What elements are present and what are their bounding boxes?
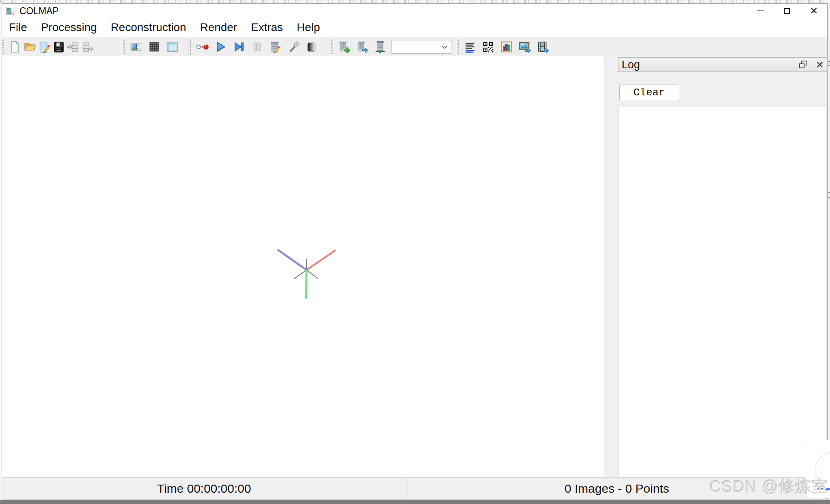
save-project-icon — [52, 40, 65, 53]
bundle-adjustment-button[interactable] — [268, 40, 282, 54]
open-project-icon — [23, 40, 36, 53]
log-dock: Log ✕ Clear — [618, 57, 828, 477]
menu-file[interactable]: File — [2, 18, 34, 37]
grab-movie-button[interactable] — [536, 40, 550, 54]
background-scroll-mark — [828, 61, 830, 62]
toolbar-drag-handle[interactable] — [457, 40, 459, 54]
reconstruction-start-icon — [214, 40, 227, 53]
log-dock-titlebar[interactable]: Log ✕ — [618, 57, 828, 72]
undistortion-button[interactable] — [481, 40, 495, 54]
app-icon — [6, 7, 15, 15]
background-scroll-mark — [828, 65, 830, 66]
log-clear-button[interactable]: Clear — [619, 84, 679, 101]
toolbar-drag-handle[interactable] — [190, 40, 192, 54]
model-align-button[interactable] — [373, 40, 387, 54]
database-management-button[interactable] — [165, 40, 179, 54]
save-project-button[interactable] — [52, 40, 66, 54]
menu-processing[interactable]: Processing — [34, 18, 104, 37]
reconstruction-step-icon — [232, 40, 245, 53]
menu-render[interactable]: Render — [193, 18, 244, 37]
import-model-button[interactable] — [66, 40, 80, 54]
toolbar-group-processing — [123, 37, 184, 57]
render-options-button[interactable] — [305, 40, 318, 54]
minimize-button[interactable] — [747, 4, 774, 18]
background-page-sliver-bottom — [0, 500, 830, 504]
import-model-icon — [67, 40, 80, 53]
toolbar-group-reconstruction — [190, 37, 323, 57]
model-align-icon — [374, 40, 387, 53]
toolbar-group-model — [331, 37, 451, 57]
feature-extraction-icon — [129, 40, 142, 53]
feature-matching-icon — [148, 40, 161, 53]
export-model-button[interactable] — [81, 40, 95, 54]
new-project-button[interactable] — [8, 40, 22, 54]
edit-project-icon — [38, 40, 51, 53]
grab-image-icon — [518, 40, 531, 53]
dense-reconstruction-button[interactable] — [286, 40, 300, 54]
toolbar-separator — [330, 38, 330, 56]
log-icon — [464, 40, 476, 53]
reconstruction-step-button[interactable] — [232, 40, 246, 54]
main-area: Log ✕ Clear — [2, 56, 827, 477]
model-import-icon — [356, 40, 368, 53]
menu-help[interactable]: Help — [290, 18, 327, 37]
new-project-icon — [8, 40, 21, 53]
toolbar-drag-handle[interactable] — [123, 40, 125, 54]
minimize-icon — [757, 11, 764, 11]
log-output[interactable] — [618, 107, 826, 477]
model-selector-dropdown[interactable] — [392, 40, 451, 54]
feature-matching-button[interactable] — [147, 40, 161, 54]
model-viewport[interactable] — [2, 56, 604, 477]
reconstruction-options-icon — [196, 40, 209, 53]
title-bar[interactable]: COLMAP ✕ — [2, 4, 827, 18]
close-icon: ✕ — [810, 6, 818, 16]
edit-project-button[interactable] — [37, 40, 51, 54]
toolbar — [2, 37, 827, 56]
grab-movie-icon — [536, 40, 549, 53]
toolbar-group-extras — [457, 37, 554, 57]
close-button[interactable]: ✕ — [800, 4, 827, 18]
menu-reconstruction[interactable]: Reconstruction — [104, 18, 193, 37]
screen: COLMAP ✕ File Processing Reconstruction … — [0, 0, 830, 504]
log-button[interactable] — [463, 40, 477, 54]
toolbar-separator — [122, 38, 122, 56]
log-dock-title: Log — [622, 59, 640, 71]
background-scroll-mark — [828, 197, 830, 198]
model-statistics-icon — [500, 40, 513, 53]
reconstruction-pause-button[interactable] — [250, 40, 264, 54]
coordinate-axes — [2, 56, 604, 478]
dense-reconstruction-icon — [287, 40, 300, 53]
toolbar-group-project — [2, 37, 95, 57]
model-new-button[interactable] — [337, 40, 351, 54]
toolbar-separator — [188, 38, 188, 56]
maximize-button[interactable] — [774, 4, 800, 18]
model-import-button[interactable] — [355, 40, 369, 54]
toolbar-drag-handle[interactable] — [2, 40, 4, 54]
export-model-icon — [81, 40, 94, 53]
status-time: Time 00:00:00:00 — [2, 478, 406, 500]
axis-z-green — [306, 270, 307, 298]
reconstruction-options-button[interactable] — [195, 40, 209, 54]
toolbar-drag-handle[interactable] — [331, 40, 333, 54]
reconstruction-start-button[interactable] — [214, 40, 227, 54]
dock-float-button[interactable] — [798, 60, 807, 69]
menu-bar: File Processing Reconstruction Render Ex… — [2, 18, 827, 37]
window-title: COLMAP — [19, 6, 59, 17]
background-scroll-mark — [828, 192, 830, 193]
dock-close-button[interactable]: ✕ — [815, 60, 824, 70]
undistortion-icon — [482, 40, 495, 53]
grab-image-button[interactable] — [518, 40, 531, 54]
axis-x-red — [307, 251, 335, 270]
feature-extraction-button[interactable] — [129, 40, 143, 54]
background-page-sliver-right — [828, 3, 830, 500]
background-page-sliver-top — [0, 0, 830, 3]
watermark: CSDN @修炼室 — [709, 475, 828, 498]
close-icon: ✕ — [815, 59, 824, 70]
render-options-icon — [305, 40, 318, 53]
open-project-button[interactable] — [23, 40, 36, 54]
model-statistics-button[interactable] — [500, 40, 513, 54]
status-bar: Time 00:00:00:00 0 Images - 0 Points — [2, 477, 827, 500]
chevron-down-icon — [441, 45, 448, 49]
menu-extras[interactable]: Extras — [244, 18, 290, 37]
reconstruction-pause-icon — [250, 40, 263, 53]
